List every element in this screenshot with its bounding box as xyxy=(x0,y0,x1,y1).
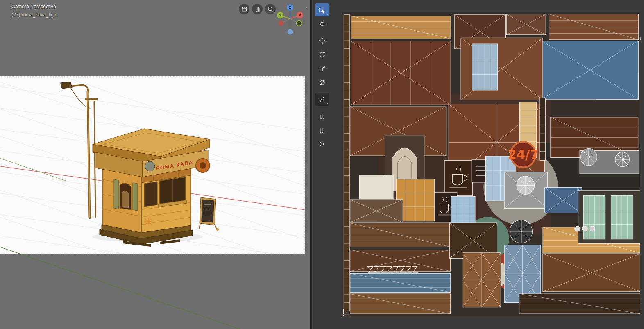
tool-tweak-select[interactable] xyxy=(315,3,329,16)
camera-frame-content: РОМА КАВА xyxy=(0,53,305,321)
uv-circle-island[interactable] xyxy=(590,226,595,231)
viewport-3d-canvas[interactable]: РОМА КАВА xyxy=(0,0,310,329)
tool-annotate[interactable] xyxy=(315,93,329,106)
uv-island[interactable] xyxy=(472,44,498,90)
uv-island[interactable] xyxy=(350,200,403,222)
gizmo-neg-y-axis[interactable] xyxy=(297,21,302,26)
uv-island[interactable] xyxy=(463,253,501,307)
cursor-icon xyxy=(319,20,326,27)
uv-island[interactable] xyxy=(506,14,546,34)
gizmo-z-label: Z xyxy=(289,5,291,9)
uv-island[interactable] xyxy=(451,197,475,227)
tool-transform[interactable] xyxy=(315,76,329,89)
select-box-icon xyxy=(319,7,326,14)
uv-island[interactable] xyxy=(444,160,472,195)
tool-pinch[interactable] xyxy=(315,137,329,150)
tool-relax[interactable] xyxy=(315,123,329,136)
hand-icon xyxy=(254,6,261,13)
uv-toolbar xyxy=(315,3,331,150)
uv-island[interactable] xyxy=(611,195,633,239)
axis-gizmo[interactable]: Z Y X xyxy=(274,2,306,38)
tool-cursor[interactable] xyxy=(315,17,329,30)
uv-circle-island[interactable] xyxy=(581,148,597,166)
viewport-nav-gadgets xyxy=(239,4,276,14)
gizmo-neg-x-axis[interactable] xyxy=(279,21,284,26)
uv-circle-island[interactable] xyxy=(582,226,587,231)
uv-island[interactable] xyxy=(584,195,605,239)
pencil-icon xyxy=(319,96,326,103)
uv-island[interactable] xyxy=(350,294,451,314)
tool-grab[interactable] xyxy=(315,109,329,123)
rotate-icon xyxy=(319,51,326,58)
uv-island[interactable] xyxy=(350,250,451,272)
point-light-marker[interactable] xyxy=(144,218,152,226)
pan-view-button[interactable] xyxy=(252,4,263,14)
camera-view-button[interactable] xyxy=(239,4,249,14)
scale-icon xyxy=(319,65,326,72)
viewport-sidebar-collapse-arrow[interactable]: ‹ xyxy=(305,5,307,11)
uv-island[interactable] xyxy=(350,223,451,247)
uv-island[interactable] xyxy=(359,175,393,199)
uv-island[interactable] xyxy=(351,16,451,39)
uv-island[interactable] xyxy=(542,41,638,99)
tool-scale[interactable] xyxy=(315,62,329,75)
uv-island[interactable] xyxy=(519,294,640,314)
relax-hand-icon xyxy=(319,127,326,134)
uv-sidebar-collapse-arrow[interactable]: ‹ xyxy=(639,35,642,41)
uv-island[interactable] xyxy=(344,15,350,311)
y-axis-line xyxy=(0,246,240,329)
pinch-hand-icon xyxy=(319,141,326,147)
uv-circle-island[interactable] xyxy=(575,226,580,231)
uv-island[interactable] xyxy=(540,98,546,160)
uv-island[interactable] xyxy=(544,187,582,213)
uv-circle-island[interactable] xyxy=(615,152,630,167)
uv-editor[interactable]: 24/7 ‹ xyxy=(312,0,644,329)
tool-rotate[interactable] xyxy=(315,48,329,61)
uv-island[interactable] xyxy=(351,41,451,105)
gizmo-neg-z-axis[interactable] xyxy=(288,29,293,35)
move-icon xyxy=(319,37,326,44)
gizmo-y-label: Y xyxy=(279,13,281,17)
gizmo-x-label: X xyxy=(299,13,301,17)
grab-hand-icon xyxy=(319,113,326,120)
badge-24-7-text: 24/7 xyxy=(508,147,539,162)
uv-island[interactable] xyxy=(543,254,640,292)
uv-island[interactable] xyxy=(549,14,638,39)
uv-circle-island[interactable] xyxy=(510,220,532,243)
camera-icon xyxy=(241,6,248,13)
transform-icon xyxy=(319,79,326,86)
viewport-3d[interactable]: РОМА КАВА Ca xyxy=(0,0,310,329)
magnifier-icon xyxy=(267,6,274,13)
uv-island[interactable] xyxy=(350,273,451,292)
tool-move[interactable] xyxy=(315,34,329,47)
uv-circle-island[interactable] xyxy=(517,176,535,195)
uv-texture-canvas[interactable]: 24/7 xyxy=(342,12,640,316)
